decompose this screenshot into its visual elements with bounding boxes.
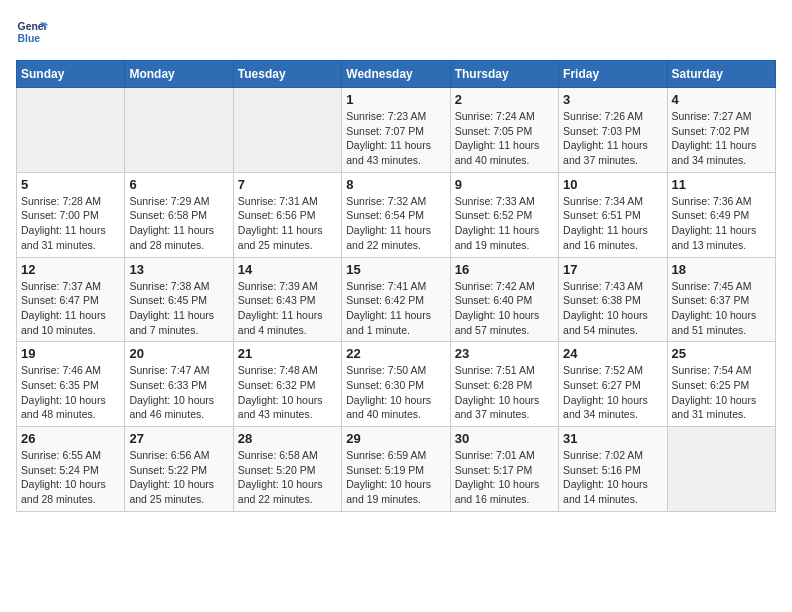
day-info: Sunrise: 7:24 AM Sunset: 7:05 PM Dayligh…	[455, 109, 554, 168]
day-number: 19	[21, 346, 120, 361]
day-number: 26	[21, 431, 120, 446]
week-row-1: 1Sunrise: 7:23 AM Sunset: 7:07 PM Daylig…	[17, 88, 776, 173]
day-number: 27	[129, 431, 228, 446]
day-info: Sunrise: 6:56 AM Sunset: 5:22 PM Dayligh…	[129, 448, 228, 507]
day-number: 10	[563, 177, 662, 192]
day-info: Sunrise: 7:01 AM Sunset: 5:17 PM Dayligh…	[455, 448, 554, 507]
day-info: Sunrise: 7:45 AM Sunset: 6:37 PM Dayligh…	[672, 279, 771, 338]
calendar-cell	[233, 88, 341, 173]
calendar-cell: 25Sunrise: 7:54 AM Sunset: 6:25 PM Dayli…	[667, 342, 775, 427]
day-number: 5	[21, 177, 120, 192]
calendar-cell: 30Sunrise: 7:01 AM Sunset: 5:17 PM Dayli…	[450, 427, 558, 512]
day-number: 17	[563, 262, 662, 277]
calendar-cell: 16Sunrise: 7:42 AM Sunset: 6:40 PM Dayli…	[450, 257, 558, 342]
day-info: Sunrise: 7:41 AM Sunset: 6:42 PM Dayligh…	[346, 279, 445, 338]
calendar-header: SundayMondayTuesdayWednesdayThursdayFrid…	[17, 61, 776, 88]
day-info: Sunrise: 7:38 AM Sunset: 6:45 PM Dayligh…	[129, 279, 228, 338]
calendar-cell: 10Sunrise: 7:34 AM Sunset: 6:51 PM Dayli…	[559, 172, 667, 257]
calendar-cell	[17, 88, 125, 173]
calendar-cell: 19Sunrise: 7:46 AM Sunset: 6:35 PM Dayli…	[17, 342, 125, 427]
day-header-friday: Friday	[559, 61, 667, 88]
calendar-cell	[667, 427, 775, 512]
day-info: Sunrise: 7:34 AM Sunset: 6:51 PM Dayligh…	[563, 194, 662, 253]
day-number: 9	[455, 177, 554, 192]
day-info: Sunrise: 7:32 AM Sunset: 6:54 PM Dayligh…	[346, 194, 445, 253]
day-info: Sunrise: 6:55 AM Sunset: 5:24 PM Dayligh…	[21, 448, 120, 507]
day-info: Sunrise: 7:27 AM Sunset: 7:02 PM Dayligh…	[672, 109, 771, 168]
day-info: Sunrise: 7:29 AM Sunset: 6:58 PM Dayligh…	[129, 194, 228, 253]
day-number: 7	[238, 177, 337, 192]
day-info: Sunrise: 7:26 AM Sunset: 7:03 PM Dayligh…	[563, 109, 662, 168]
calendar-cell: 11Sunrise: 7:36 AM Sunset: 6:49 PM Dayli…	[667, 172, 775, 257]
day-info: Sunrise: 6:58 AM Sunset: 5:20 PM Dayligh…	[238, 448, 337, 507]
day-info: Sunrise: 7:47 AM Sunset: 6:33 PM Dayligh…	[129, 363, 228, 422]
day-info: Sunrise: 7:51 AM Sunset: 6:28 PM Dayligh…	[455, 363, 554, 422]
calendar-cell: 1Sunrise: 7:23 AM Sunset: 7:07 PM Daylig…	[342, 88, 450, 173]
day-number: 18	[672, 262, 771, 277]
calendar-cell: 5Sunrise: 7:28 AM Sunset: 7:00 PM Daylig…	[17, 172, 125, 257]
calendar-cell: 28Sunrise: 6:58 AM Sunset: 5:20 PM Dayli…	[233, 427, 341, 512]
day-number: 12	[21, 262, 120, 277]
day-header-tuesday: Tuesday	[233, 61, 341, 88]
calendar-cell: 3Sunrise: 7:26 AM Sunset: 7:03 PM Daylig…	[559, 88, 667, 173]
day-number: 11	[672, 177, 771, 192]
day-info: Sunrise: 7:37 AM Sunset: 6:47 PM Dayligh…	[21, 279, 120, 338]
calendar-cell: 2Sunrise: 7:24 AM Sunset: 7:05 PM Daylig…	[450, 88, 558, 173]
calendar-table: SundayMondayTuesdayWednesdayThursdayFrid…	[16, 60, 776, 512]
calendar-cell: 15Sunrise: 7:41 AM Sunset: 6:42 PM Dayli…	[342, 257, 450, 342]
day-number: 21	[238, 346, 337, 361]
calendar-cell: 18Sunrise: 7:45 AM Sunset: 6:37 PM Dayli…	[667, 257, 775, 342]
calendar-cell: 12Sunrise: 7:37 AM Sunset: 6:47 PM Dayli…	[17, 257, 125, 342]
day-number: 29	[346, 431, 445, 446]
day-number: 30	[455, 431, 554, 446]
day-info: Sunrise: 7:43 AM Sunset: 6:38 PM Dayligh…	[563, 279, 662, 338]
day-number: 28	[238, 431, 337, 446]
day-info: Sunrise: 7:52 AM Sunset: 6:27 PM Dayligh…	[563, 363, 662, 422]
day-info: Sunrise: 7:42 AM Sunset: 6:40 PM Dayligh…	[455, 279, 554, 338]
day-info: Sunrise: 6:59 AM Sunset: 5:19 PM Dayligh…	[346, 448, 445, 507]
week-row-3: 12Sunrise: 7:37 AM Sunset: 6:47 PM Dayli…	[17, 257, 776, 342]
day-info: Sunrise: 7:50 AM Sunset: 6:30 PM Dayligh…	[346, 363, 445, 422]
calendar-body: 1Sunrise: 7:23 AM Sunset: 7:07 PM Daylig…	[17, 88, 776, 512]
week-row-4: 19Sunrise: 7:46 AM Sunset: 6:35 PM Dayli…	[17, 342, 776, 427]
day-number: 23	[455, 346, 554, 361]
day-number: 22	[346, 346, 445, 361]
calendar-cell: 17Sunrise: 7:43 AM Sunset: 6:38 PM Dayli…	[559, 257, 667, 342]
day-number: 8	[346, 177, 445, 192]
day-number: 2	[455, 92, 554, 107]
day-header-sunday: Sunday	[17, 61, 125, 88]
calendar-cell: 26Sunrise: 6:55 AM Sunset: 5:24 PM Dayli…	[17, 427, 125, 512]
week-row-5: 26Sunrise: 6:55 AM Sunset: 5:24 PM Dayli…	[17, 427, 776, 512]
day-number: 20	[129, 346, 228, 361]
day-header-monday: Monday	[125, 61, 233, 88]
day-number: 25	[672, 346, 771, 361]
day-info: Sunrise: 7:39 AM Sunset: 6:43 PM Dayligh…	[238, 279, 337, 338]
calendar-cell: 27Sunrise: 6:56 AM Sunset: 5:22 PM Dayli…	[125, 427, 233, 512]
day-info: Sunrise: 7:23 AM Sunset: 7:07 PM Dayligh…	[346, 109, 445, 168]
calendar-cell: 9Sunrise: 7:33 AM Sunset: 6:52 PM Daylig…	[450, 172, 558, 257]
logo: General Blue	[16, 16, 48, 48]
page-header: General Blue	[16, 16, 776, 48]
day-number: 15	[346, 262, 445, 277]
calendar-cell: 8Sunrise: 7:32 AM Sunset: 6:54 PM Daylig…	[342, 172, 450, 257]
day-info: Sunrise: 7:36 AM Sunset: 6:49 PM Dayligh…	[672, 194, 771, 253]
calendar-cell: 7Sunrise: 7:31 AM Sunset: 6:56 PM Daylig…	[233, 172, 341, 257]
calendar-cell: 6Sunrise: 7:29 AM Sunset: 6:58 PM Daylig…	[125, 172, 233, 257]
calendar-cell: 21Sunrise: 7:48 AM Sunset: 6:32 PM Dayli…	[233, 342, 341, 427]
day-info: Sunrise: 7:02 AM Sunset: 5:16 PM Dayligh…	[563, 448, 662, 507]
day-number: 16	[455, 262, 554, 277]
day-number: 13	[129, 262, 228, 277]
day-number: 1	[346, 92, 445, 107]
day-info: Sunrise: 7:33 AM Sunset: 6:52 PM Dayligh…	[455, 194, 554, 253]
day-header-saturday: Saturday	[667, 61, 775, 88]
day-number: 6	[129, 177, 228, 192]
calendar-cell: 20Sunrise: 7:47 AM Sunset: 6:33 PM Dayli…	[125, 342, 233, 427]
calendar-cell: 13Sunrise: 7:38 AM Sunset: 6:45 PM Dayli…	[125, 257, 233, 342]
calendar-cell: 14Sunrise: 7:39 AM Sunset: 6:43 PM Dayli…	[233, 257, 341, 342]
calendar-cell: 23Sunrise: 7:51 AM Sunset: 6:28 PM Dayli…	[450, 342, 558, 427]
calendar-cell: 4Sunrise: 7:27 AM Sunset: 7:02 PM Daylig…	[667, 88, 775, 173]
day-header-wednesday: Wednesday	[342, 61, 450, 88]
day-info: Sunrise: 7:31 AM Sunset: 6:56 PM Dayligh…	[238, 194, 337, 253]
day-number: 4	[672, 92, 771, 107]
calendar-cell: 29Sunrise: 6:59 AM Sunset: 5:19 PM Dayli…	[342, 427, 450, 512]
